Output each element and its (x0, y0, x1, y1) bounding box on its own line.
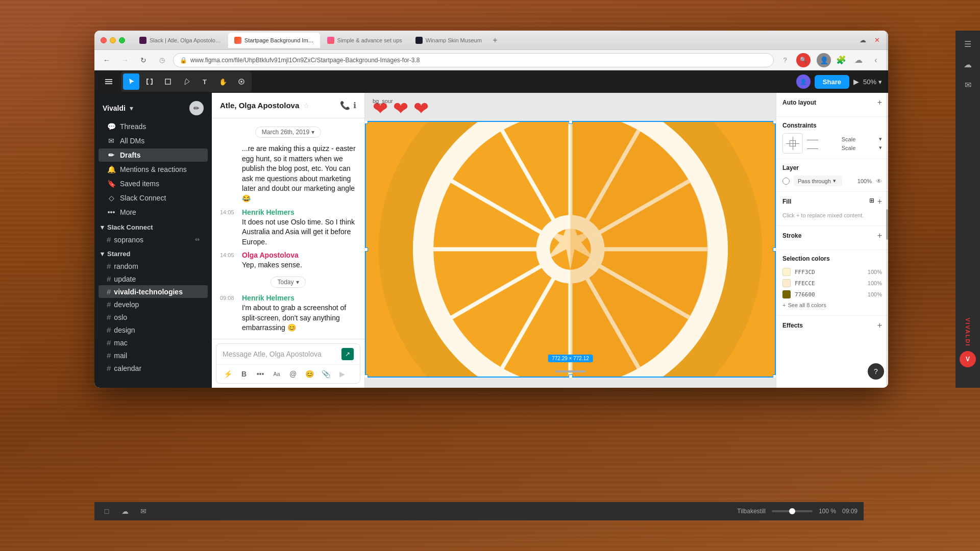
tab-winamp[interactable]: Winamp Skin Museum (409, 33, 488, 48)
handle-top-right[interactable] (773, 121, 776, 124)
tab-slack[interactable]: Slack | Atle, Olga Apostolo… (133, 33, 227, 48)
auto-layout-add[interactable]: + (877, 98, 882, 107)
call-icon[interactable]: 📞 (340, 101, 350, 110)
color-swatch-1[interactable] (782, 268, 791, 276)
handle-bottom-left[interactable] (365, 374, 368, 378)
share-button[interactable]: Share (815, 75, 849, 89)
bottom-cloud-icon[interactable]: ☁ (119, 505, 131, 517)
sidebar-item-saved[interactable]: 🔖 Saved items (99, 177, 208, 190)
channel-design[interactable]: # design (99, 323, 208, 336)
close-window-icon[interactable]: ✕ (872, 35, 882, 45)
close-button[interactable] (101, 37, 107, 43)
component-tool-button[interactable] (233, 73, 250, 90)
text-tool-button[interactable]: T (197, 73, 213, 90)
frame-tool-button[interactable] (141, 73, 158, 90)
info-icon[interactable]: ℹ (353, 101, 356, 110)
sidebar-item-slack-connect[interactable]: ◇ Slack Connect (99, 191, 208, 205)
channel-random[interactable]: # random (99, 260, 208, 272)
workspace-header[interactable]: Vivaldi ▾ ✏ (94, 97, 212, 119)
record-button[interactable]: ▶ (335, 367, 349, 381)
zoom-slider[interactable] (772, 510, 813, 512)
attach-button[interactable]: 📎 (318, 367, 333, 381)
vivaldi-panel-toggle[interactable]: ☰ (959, 35, 977, 53)
forward-button[interactable]: → (118, 53, 132, 67)
handle-right-mid[interactable] (773, 247, 776, 252)
figma-canvas[interactable]: bg_sour ❤ ❤ ❤ (365, 93, 776, 388)
handle-top-left[interactable] (365, 121, 368, 124)
slack-connect-section-header[interactable]: ▾ Slack Connect (94, 219, 212, 233)
visibility-toggle[interactable]: 👁 (876, 178, 882, 185)
lightning-button[interactable]: ⚡ (220, 367, 235, 381)
bottom-mail-icon[interactable]: ✉ (137, 505, 150, 517)
refresh-button[interactable]: ↻ (136, 53, 151, 67)
panel-scrollbar[interactable] (886, 93, 888, 388)
more-options-button[interactable]: ••• (253, 367, 267, 381)
sidebar-item-threads[interactable]: 💬 Threads (99, 120, 208, 133)
vivaldi-logo-button[interactable]: V (960, 351, 976, 367)
star-icon[interactable]: ☆ (303, 102, 310, 110)
channel-update[interactable]: # update (99, 272, 208, 285)
figma-menu-button[interactable] (101, 73, 117, 90)
sidebar-item-all-dms[interactable]: ✉ All DMs (99, 134, 208, 147)
move-tool-button[interactable] (123, 73, 139, 90)
zoom-control[interactable]: 50% ▾ (863, 78, 882, 86)
mention-button[interactable]: @ (286, 367, 300, 381)
handle-left-mid[interactable] (365, 247, 368, 252)
user-avatar[interactable]: 👤 (817, 53, 831, 67)
history-button[interactable]: ◷ (155, 53, 169, 67)
stroke-add-button[interactable]: + (877, 231, 882, 240)
tab-figma[interactable]: Startpage Background Im… (228, 33, 320, 48)
fill-add-button[interactable]: + (877, 197, 882, 206)
help-button[interactable]: ? (778, 53, 792, 67)
minimize-button[interactable] (110, 37, 116, 43)
emoji-button[interactable]: 😊 (302, 367, 316, 381)
shape-tool-button[interactable] (160, 73, 176, 90)
starred-section-header[interactable]: ▾ Starred (94, 246, 212, 260)
channel-develop[interactable]: # develop (99, 298, 208, 311)
channel-calendar[interactable]: # calendar (99, 362, 208, 374)
chevron-left-icon[interactable]: ‹ (869, 53, 883, 67)
extensions-icon[interactable]: 🧩 (834, 53, 848, 67)
present-button[interactable]: ▶ (853, 78, 859, 86)
channel-vivaldi-technologies[interactable]: # vivaldi-technologies (99, 285, 208, 298)
channel-mac[interactable]: # mac (99, 336, 208, 349)
pen-tool-button[interactable] (178, 73, 194, 90)
tab-simple[interactable]: Simple & advance set ups (321, 33, 408, 48)
sidebar-item-more[interactable]: ••• More (99, 206, 208, 219)
channel-oslo[interactable]: # oslo (99, 311, 208, 323)
blend-mode-control[interactable]: Pass through ▾ (794, 176, 842, 186)
cloud-sync-icon[interactable]: ☁ (857, 35, 868, 45)
back-button[interactable]: ← (100, 53, 114, 67)
bold-button[interactable]: B (237, 367, 251, 381)
color-swatch-2[interactable] (782, 279, 791, 287)
chat-input-field[interactable]: Message Atle, Olga Apostolova ↗ (216, 344, 360, 364)
hand-tool-button[interactable]: ✋ (215, 73, 231, 90)
new-message-button[interactable]: ✏ (189, 101, 204, 115)
channel-mail[interactable]: # mail (99, 349, 208, 362)
sidebar-item-drafts[interactable]: ✏ Drafts (99, 148, 208, 162)
text-format-button[interactable]: Aa (270, 367, 284, 381)
fill-grid-icon[interactable]: ⊞ (869, 197, 874, 206)
help-button[interactable]: ? (868, 363, 884, 380)
sidebar-item-mentions[interactable]: 🔔 Mentions & reactions (99, 163, 208, 176)
color-swatch-3[interactable] (782, 290, 791, 298)
march-date-pill[interactable]: March 26th, 2019 ▾ (255, 127, 321, 138)
vivaldi-mail-icon[interactable]: ✉ (959, 76, 977, 94)
maximize-button[interactable] (119, 37, 125, 43)
url-bar[interactable]: 🔒 www.figma.com/file/UhpBtklufv91mjl1On9… (173, 53, 774, 67)
sync-icon[interactable]: ☁ (851, 53, 866, 67)
add-tab-button[interactable]: + (489, 34, 501, 46)
search-vivaldi-button[interactable]: 🔍 (796, 53, 811, 67)
canvas-scrollbar[interactable] (555, 370, 586, 372)
handle-bottom-mid[interactable] (569, 374, 573, 378)
today-date-pill[interactable]: Today ▾ (271, 277, 305, 288)
see-all-colors-link[interactable]: + See all 8 colors (782, 300, 882, 310)
effects-add-button[interactable]: + (877, 321, 882, 330)
channel-sopranos[interactable]: # sopranos ⇔ (99, 233, 208, 246)
handle-bottom-right[interactable] (773, 374, 776, 378)
vivaldi-cloud-icon[interactable]: ☁ (959, 55, 977, 73)
send-button[interactable]: ↗ (341, 348, 354, 360)
bottom-panel-icon[interactable]: □ (101, 505, 113, 517)
handle-top-mid[interactable] (569, 121, 573, 124)
opacity-control[interactable]: 100% (846, 178, 872, 184)
